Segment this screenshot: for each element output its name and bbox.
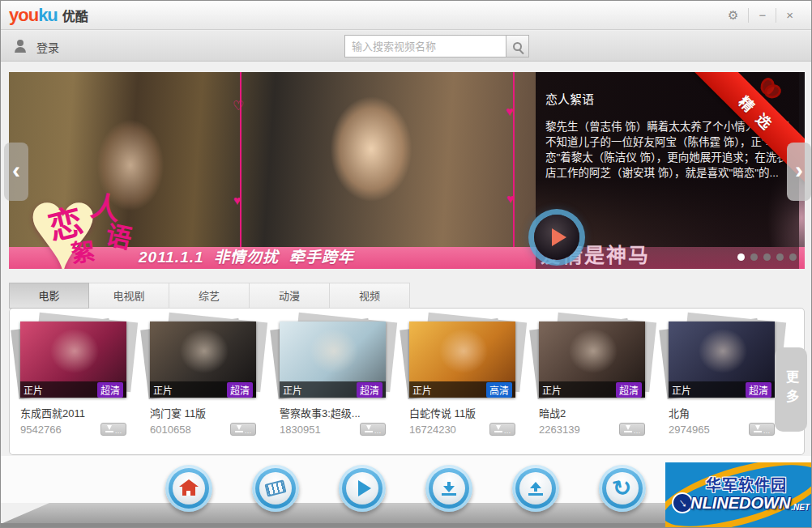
play-button[interactable] — [339, 465, 386, 512]
search-input[interactable] — [344, 35, 506, 57]
tab-电视剧[interactable]: 电视剧 — [89, 283, 169, 309]
movie-thumbnail[interactable]: 正片 超清 — [539, 321, 645, 398]
movie-title[interactable]: 白蛇传说 11版 — [409, 405, 524, 420]
banner-tagline: 2011.1.1 非情勿扰 牵手跨年 — [139, 245, 354, 266]
tab-电影[interactable]: 电影 — [9, 283, 89, 309]
movie-card[interactable]: 正片 超清 北角 2974965 — [661, 321, 791, 451]
movie-title[interactable]: 暗战2 — [539, 405, 654, 420]
onlinedown-watermark: 华军软件园 ↓ NLINEDOWN .NET — [665, 462, 812, 528]
youku-app-window: you ku 优酷 ⚙ − × 登录 ♡ ♥ ♥ — [0, 0, 812, 528]
settings-gear-icon[interactable]: ⚙ — [718, 1, 748, 30]
movie-poster[interactable]: 正片 超清 — [280, 321, 386, 398]
feature-label: 正片 — [542, 383, 562, 397]
logo-chinese: 优酷 — [62, 6, 88, 25]
ellipsis-icon — [634, 422, 641, 436]
movie-card[interactable]: 正片 超清 鸿门宴 11版 6010658 — [143, 321, 272, 451]
movie-meta: 16724230 — [409, 423, 515, 436]
movie-poster[interactable]: 正片 超清 — [669, 321, 775, 398]
movie-title[interactable]: 鸿门宴 11版 — [150, 405, 265, 420]
movie-thumbnail[interactable]: 正片 超清 — [20, 321, 126, 398]
movie-card[interactable]: 正片 超清 东成西就2011 9542766 — [13, 321, 143, 451]
feature-label: 正片 — [24, 383, 43, 397]
watermark-brand: ↓ NLINEDOWN .NET — [672, 492, 810, 513]
view-count: 1830951 — [280, 424, 321, 436]
movie-title[interactable]: 警察故事3:超级... — [280, 405, 395, 420]
movie-card[interactable]: 正片 超清 暗战2 2263139 — [532, 321, 661, 451]
home-button[interactable] — [165, 465, 212, 512]
movie-thumbnail[interactable]: 正片 高清 — [409, 321, 515, 398]
film-icon — [264, 479, 286, 496]
download-button[interactable] — [619, 423, 645, 436]
more-button[interactable]: 更多 — [775, 347, 807, 432]
refresh-button[interactable]: ↻ — [599, 465, 646, 512]
banner-decoration — [513, 72, 515, 248]
ellipsis-icon — [374, 422, 382, 436]
close-button[interactable]: × — [776, 1, 803, 30]
search-button[interactable] — [506, 35, 529, 57]
watermark-tld: .NET — [791, 503, 810, 512]
search-box — [344, 35, 529, 57]
movie-poster[interactable]: 正片 超清 — [20, 321, 126, 398]
movie-thumbnail[interactable]: 正片 超清 — [280, 321, 386, 398]
download-button[interactable] — [230, 423, 256, 436]
movie-poster[interactable]: 正片 超清 — [539, 321, 645, 398]
featured-movie-title[interactable]: 恋人絮语 — [545, 90, 594, 107]
download-button[interactable] — [100, 423, 126, 436]
carousel-dot[interactable] — [750, 253, 758, 261]
orb-face — [433, 472, 465, 505]
carousel-dot[interactable] — [763, 253, 771, 261]
poster-highlight — [699, 329, 747, 373]
orb-face: ↻ — [606, 472, 639, 505]
view-count: 2974965 — [669, 424, 710, 436]
youku-logo: you ku 优酷 — [9, 5, 88, 26]
download-button[interactable] — [360, 423, 386, 436]
download-button[interactable] — [489, 423, 515, 436]
poster-info-bar: 正片 超清 — [280, 381, 386, 398]
movie-card[interactable]: 正片 超清 警察故事3:超级... 1830951 — [272, 321, 402, 451]
orb-ring — [429, 468, 469, 509]
tab-视频[interactable]: 视频 — [330, 283, 410, 309]
tab-动漫[interactable]: 动漫 — [250, 283, 330, 309]
movie-poster[interactable]: 正片 高清 — [409, 321, 515, 398]
minimize-button[interactable]: − — [749, 1, 776, 30]
movie-thumbnail[interactable]: 正片 超清 — [150, 321, 256, 398]
carousel-dot[interactable] — [789, 253, 797, 261]
movie-thumbnail[interactable]: 正片 超清 — [669, 321, 775, 398]
download-button[interactable] — [749, 423, 775, 436]
feature-label: 正片 — [153, 383, 173, 397]
play-button[interactable] — [534, 215, 579, 260]
home-icon — [182, 487, 195, 496]
poster-info-bar: 正片 超清 — [150, 381, 256, 398]
download-icon — [754, 425, 762, 433]
download-icon — [624, 425, 632, 433]
download-button[interactable] — [425, 465, 472, 512]
tab-综艺[interactable]: 综艺 — [169, 283, 250, 309]
carousel-dot[interactable] — [737, 253, 745, 261]
movie-card[interactable]: 正片 高清 白蛇传说 11版 16724230 — [402, 321, 532, 451]
carousel-dot[interactable] — [776, 253, 784, 261]
upload-icon — [528, 482, 543, 496]
view-count: 16724230 — [409, 424, 456, 436]
login-link[interactable]: 登录 — [36, 39, 59, 55]
orb-ring — [515, 468, 556, 509]
download-icon — [235, 425, 243, 433]
heart-icon: ♡ — [233, 98, 244, 113]
upload-button[interactable] — [512, 465, 559, 512]
carousel-prev-button[interactable]: ‹ — [4, 143, 28, 201]
movie-title[interactable]: 东成西就2011 — [20, 405, 135, 420]
movie-title[interactable]: 北角 — [669, 405, 784, 420]
feature-label: 正片 — [412, 383, 432, 397]
film-button[interactable] — [252, 465, 299, 512]
poster-info-bar: 正片 超清 — [539, 381, 645, 398]
view-count: 6010658 — [150, 424, 191, 436]
search-icon — [513, 42, 522, 51]
quality-badge: 超清 — [97, 382, 123, 398]
refresh-icon: ↻ — [611, 475, 635, 501]
carousel-next-button[interactable]: › — [787, 143, 811, 201]
movie-poster[interactable]: 正片 超清 — [150, 321, 256, 398]
category-tabs: 电影 电视剧 综艺 动漫 视频 — [9, 283, 410, 309]
view-count: 2263139 — [539, 424, 580, 436]
orb-ring — [255, 468, 296, 509]
poster-info-bar: 正片 超清 — [20, 381, 126, 398]
more-label: 更多 — [781, 370, 801, 409]
